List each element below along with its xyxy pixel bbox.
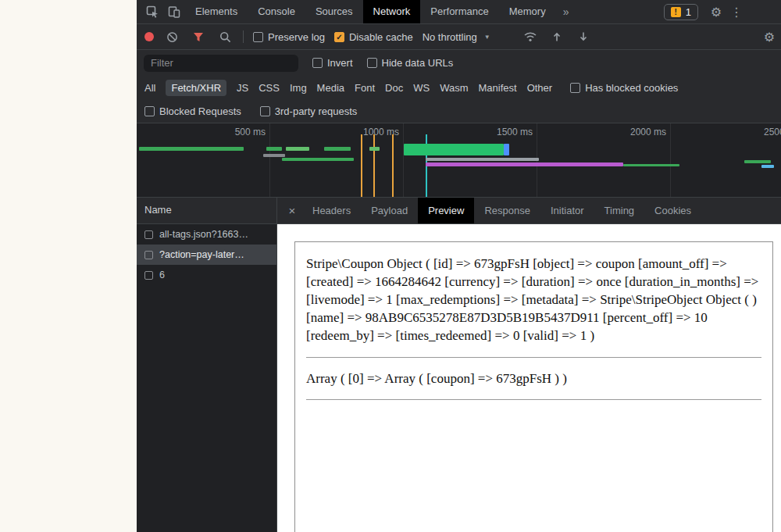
type-filter-css[interactable]: CSS [259,82,280,94]
overview-gridline [269,123,270,197]
third-party-requests-label: 3rd-party requests [275,105,358,117]
network-filter-bar: Invert Hide data URLs [137,50,781,76]
detail-tab-bar: × Headers Payload Preview Response Initi… [277,198,781,224]
devtools-main-toolbar: Elements Console Sources Network Perform… [137,0,781,24]
waterfall-bar [504,144,509,155]
request-name: ?action=pay-later… [159,249,244,260]
type-filter-img[interactable]: Img [290,82,307,94]
overview-event-line [392,134,394,197]
blocked-requests-checkbox[interactable]: Blocked Requests [144,105,241,117]
type-filter-media[interactable]: Media [317,82,344,94]
screen: Elements Console Sources Network Perform… [0,0,781,532]
close-detail-icon[interactable]: × [282,204,302,217]
invert-checkbox[interactable]: Invert [312,57,353,69]
waterfall-bar [426,158,539,161]
detail-tab-preview[interactable]: Preview [418,198,474,223]
detail-tab-cookies[interactable]: Cookies [644,198,701,223]
type-filter-fetch-xhr[interactable]: Fetch/XHR [166,80,226,96]
filter-funnel-icon[interactable] [190,28,207,45]
type-filter-doc[interactable]: Doc [385,82,403,94]
request-name: 6 [159,270,165,280]
waterfall-bar [139,147,244,151]
detail-tab-headers[interactable]: Headers [302,198,361,223]
device-toolbar-icon[interactable] [163,0,185,23]
request-row-selected[interactable]: ?action=pay-later… [137,245,276,265]
checkbox-icon [253,32,263,42]
issues-badge[interactable]: ! 1 [664,4,698,20]
panel-headers: Name × Headers Payload Preview Response … [137,198,781,224]
page-background [0,0,137,532]
import-har-icon[interactable] [548,28,565,45]
preview-frame: Stripe\Coupon Object ( [id] => 673gpFsH … [294,241,773,532]
blocked-filters-bar: Blocked Requests 3rd-party requests [137,99,781,123]
type-filter-manifest[interactable]: Manifest [478,82,516,94]
network-overview[interactable]: 500 ms1000 ms1500 ms2000 ms2500 ms [137,123,781,198]
name-column-header[interactable]: Name [137,198,277,224]
resource-file-icon [144,251,153,259]
has-blocked-cookies-label: Has blocked cookies [585,82,678,94]
request-row[interactable]: all-tags.json?1663… [137,224,276,245]
overview-tick-label: 500 ms [235,127,266,137]
hide-data-urls-checkbox[interactable]: Hide data URLs [367,57,454,69]
third-party-requests-checkbox[interactable]: 3rd-party requests [260,105,358,117]
overview-gridline [403,123,404,197]
kebab-menu-icon[interactable]: ⋮ [726,2,747,22]
invert-label: Invert [327,57,353,69]
tab-network[interactable]: Network [363,0,421,23]
waterfall-bar [324,147,351,151]
toolbar-right-cluster: ! 1 ⚙ ⋮ [664,2,747,22]
overview-tick-label: 1000 ms [363,127,399,137]
request-list: all-tags.json?1663… ?action=pay-later… 6 [137,224,277,532]
request-row[interactable]: 6 [137,265,276,285]
network-conditions-icon[interactable] [522,28,539,45]
overview-gridline [670,123,671,197]
resource-file-icon [144,271,153,280]
inspect-element-icon[interactable] [141,0,163,23]
warning-icon: ! [671,7,681,17]
type-filter-ws[interactable]: WS [413,82,430,94]
hide-data-urls-label: Hide data URLs [382,57,454,69]
waterfall-bar [623,164,679,166]
tab-performance[interactable]: Performance [420,0,498,23]
type-filter-other[interactable]: Other [527,82,553,94]
detail-tab-response[interactable]: Response [474,198,540,223]
has-blocked-cookies-checkbox[interactable]: Has blocked cookies [570,82,678,94]
overview-event-line [361,134,362,197]
preserve-log-label: Preserve log [268,31,325,43]
detail-tab-timing[interactable]: Timing [594,198,645,223]
overview-tick-label: 1500 ms [497,127,533,137]
detail-tab-payload[interactable]: Payload [361,198,418,223]
preserve-log-checkbox[interactable]: Preserve log [253,31,325,43]
type-filter-all[interactable]: All [144,82,155,94]
checkbox-icon [144,106,155,116]
waterfall-bar [282,158,354,161]
waterfall-bar [266,147,282,151]
disable-cache-label: Disable cache [349,31,413,43]
chevron-down-icon: ▼ [484,34,490,41]
checkbox-icon [312,58,323,68]
tab-memory[interactable]: Memory [499,0,556,23]
type-filter-js[interactable]: JS [237,82,248,94]
waterfall-bar [426,162,623,166]
record-button[interactable] [144,32,154,41]
preview-pane[interactable]: Stripe\Coupon Object ( [id] => 673gpFsH … [277,224,781,532]
toolbar-divider [243,30,244,43]
type-filter-font[interactable]: Font [355,82,375,94]
search-icon[interactable] [216,28,234,45]
tab-sources[interactable]: Sources [305,0,363,23]
throttling-select[interactable]: No throttling ▼ [423,31,490,43]
network-settings-gear-icon[interactable]: ⚙ [759,27,779,47]
tab-console[interactable]: Console [248,0,305,23]
export-har-icon[interactable] [575,28,592,45]
clear-requests-icon[interactable] [163,28,180,45]
settings-gear-icon[interactable]: ⚙ [706,2,726,22]
detail-tab-initiator[interactable]: Initiator [540,198,594,223]
type-filter-wasm[interactable]: Wasm [440,82,468,94]
filter-input[interactable] [144,55,298,72]
more-tabs-icon[interactable]: » [556,5,576,18]
tab-elements[interactable]: Elements [185,0,248,23]
overview-event-line [373,134,375,197]
waterfall-bar [761,165,774,168]
waterfall-bar [404,144,504,155]
disable-cache-checkbox[interactable]: ✓ Disable cache [334,31,413,43]
